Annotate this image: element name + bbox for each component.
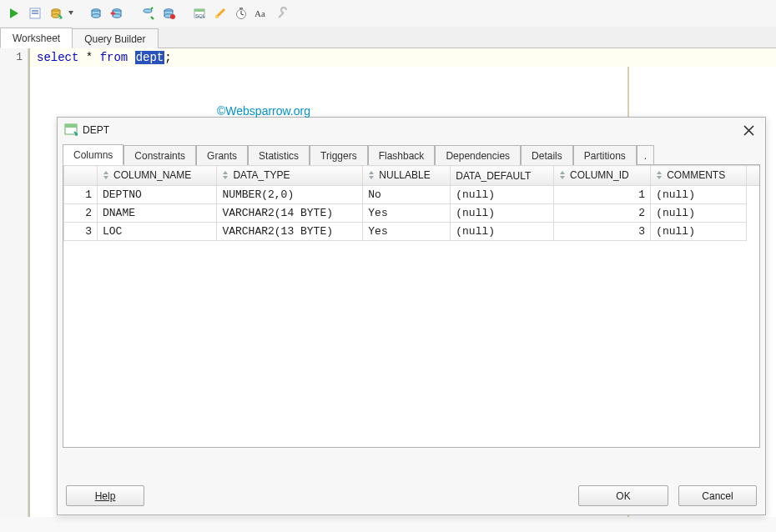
cancel-button[interactable]: Cancel	[678, 485, 757, 506]
svg-marker-36	[369, 171, 374, 174]
cell-data-default: (null)	[451, 204, 554, 223]
cell-data-type: NUMBER(2,0)	[217, 186, 363, 204]
toolbar-separator	[298, 5, 299, 22]
dialog-title: DEPT	[83, 124, 109, 136]
help-button[interactable]: Help	[66, 485, 144, 506]
tab-flashback[interactable]: Flashback	[368, 145, 436, 165]
col-header-column-name[interactable]: COLUMN_NAME	[98, 166, 217, 186]
run-icon[interactable]	[5, 4, 23, 23]
tab-partitions[interactable]: Partitions	[573, 145, 637, 165]
table-icon	[64, 123, 78, 138]
svg-marker-15	[110, 11, 113, 16]
cell-nullable: Yes	[363, 204, 451, 223]
table-row[interactable]: 1 DEPTNO NUMBER(2,0) No (null) 1 (null)	[64, 186, 760, 204]
sql-history-icon[interactable]: SQL	[190, 4, 209, 23]
rollback-icon[interactable]	[139, 4, 157, 23]
sql-star: *	[86, 51, 93, 64]
svg-marker-34	[223, 171, 228, 174]
undo-sql-icon[interactable]	[108, 4, 126, 23]
svg-rect-30	[65, 124, 77, 128]
tab-worksheet[interactable]: Worksheet	[0, 28, 73, 48]
svg-marker-37	[369, 176, 374, 179]
columns-grid: COLUMN_NAME DATA_TYPE NULLABLE DATA_DEFA…	[63, 164, 760, 448]
col-header-column-id[interactable]: COLUMN_ID	[554, 166, 651, 186]
sql-editor[interactable]: select * from dept;	[28, 48, 776, 67]
tab-columns[interactable]: Columns	[63, 144, 123, 165]
tab-grants[interactable]: Grants	[196, 145, 248, 165]
svg-marker-41	[657, 176, 662, 179]
col-header-spacer	[747, 166, 759, 186]
cell-column-name: DEPTNO	[98, 186, 217, 204]
col-header-comments[interactable]: COMMENTS	[651, 166, 747, 186]
cell-column-name: LOC	[98, 223, 217, 241]
svg-marker-35	[223, 176, 228, 179]
cell-data-type: VARCHAR2(14 BYTE)	[217, 204, 363, 223]
svg-marker-25	[217, 8, 225, 17]
col-label: DATA_TYPE	[233, 169, 290, 181]
cell-rownum: 1	[64, 186, 98, 204]
col-header-nullable[interactable]: NULLABLE	[363, 166, 451, 186]
save-icon[interactable]	[159, 4, 178, 23]
tab-details[interactable]: Details	[521, 145, 573, 165]
ok-button[interactable]: OK	[578, 485, 668, 506]
export-icon[interactable]	[47, 4, 65, 23]
svg-marker-32	[103, 171, 108, 174]
svg-marker-33	[103, 176, 108, 179]
toolbar-dropdown-caret[interactable]	[68, 11, 74, 16]
sort-icon	[222, 170, 230, 182]
svg-marker-8	[68, 11, 73, 15]
dialog-footer: Help OK Cancel	[66, 485, 757, 506]
col-header-data-default[interactable]: DATA_DEFAULT	[451, 166, 554, 186]
table-row[interactable]: 2 DNAME VARCHAR2(14 BYTE) Yes (null) 2 (…	[64, 204, 760, 223]
columns-table: COLUMN_NAME DATA_TYPE NULLABLE DATA_DEFA…	[63, 165, 759, 241]
cell-data-type: VARCHAR2(13 BYTE)	[217, 223, 363, 241]
svg-rect-3	[32, 13, 38, 14]
sort-icon	[559, 170, 567, 182]
sql-semicolon: ;	[164, 51, 171, 64]
col-label: DATA_DEFAULT	[456, 170, 531, 182]
svg-point-14	[113, 14, 121, 18]
commit-icon[interactable]	[87, 4, 105, 23]
sql-keyword-from: from	[100, 51, 128, 64]
col-label: COLUMN_ID	[570, 169, 629, 181]
svg-marker-0	[10, 8, 18, 18]
col-header-rownum[interactable]	[64, 166, 98, 186]
edit-pencil-icon[interactable]	[211, 4, 229, 23]
sql-sheet-icon[interactable]	[26, 4, 44, 23]
cell-column-name: DNAME	[98, 204, 217, 223]
toolbar-separator	[132, 5, 133, 22]
editor-line: 1 select * from dept;	[0, 48, 776, 67]
tab-more[interactable]: .	[637, 145, 654, 165]
tab-constraints[interactable]: Constraints	[123, 145, 196, 165]
editor-gutter	[0, 67, 28, 517]
sort-icon	[656, 170, 664, 182]
tab-triggers[interactable]: Triggers	[310, 145, 368, 165]
sql-keyword-select: select	[37, 51, 78, 64]
cell-data-default: (null)	[451, 223, 554, 241]
worksheet-tabs: Worksheet Query Builder	[0, 27, 776, 48]
sort-icon	[103, 170, 111, 182]
tab-query-builder[interactable]: Query Builder	[72, 28, 158, 48]
svg-rect-22	[194, 9, 204, 12]
svg-text:SQL: SQL	[195, 13, 206, 18]
close-icon[interactable]	[738, 120, 758, 140]
tab-dependencies[interactable]: Dependencies	[435, 145, 521, 165]
table-row[interactable]: 3 LOC VARCHAR2(13 BYTE) Yes (null) 3 (nu…	[64, 223, 760, 241]
cell-column-id: 2	[554, 204, 651, 223]
svg-marker-40	[657, 171, 662, 174]
cell-rownum: 2	[64, 204, 98, 223]
cell-nullable: No	[363, 186, 451, 204]
col-header-data-type[interactable]: DATA_TYPE	[217, 166, 363, 186]
cell-comments: (null)	[651, 186, 747, 204]
text-case-icon[interactable]: Aa	[253, 4, 271, 23]
tools-icon[interactable]	[274, 4, 292, 23]
cell-column-id: 1	[554, 186, 651, 204]
timer-icon[interactable]	[232, 4, 250, 23]
col-label: COLUMN_NAME	[113, 169, 191, 181]
svg-rect-27	[239, 8, 243, 9]
sort-icon	[368, 170, 376, 182]
tab-statistics[interactable]: Statistics	[248, 145, 310, 165]
col-label: COMMENTS	[667, 169, 725, 181]
cell-nullable: Yes	[363, 223, 451, 241]
svg-rect-2	[32, 10, 38, 12]
